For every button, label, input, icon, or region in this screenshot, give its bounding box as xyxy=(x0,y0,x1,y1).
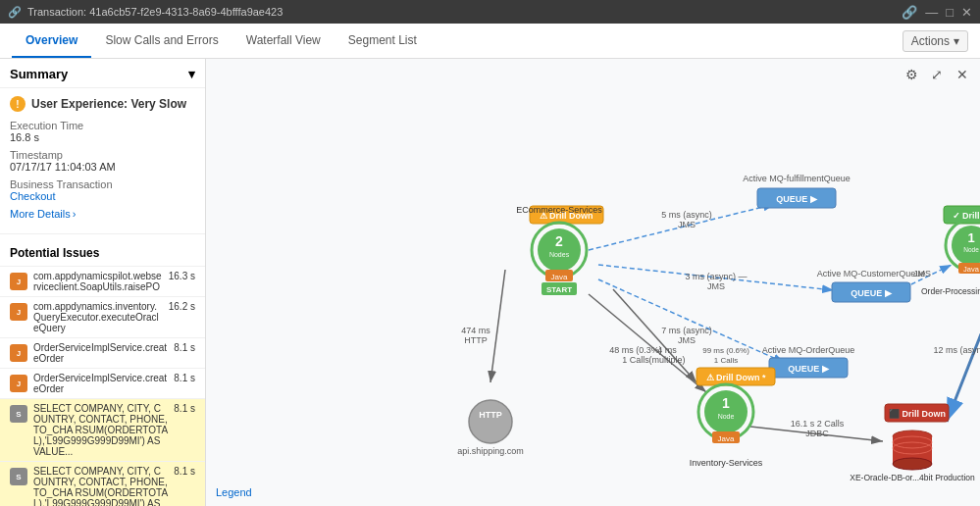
ux-warning-icon: ! xyxy=(10,96,26,112)
ux-label: User Experience: Very Slow xyxy=(31,97,186,111)
user-experience-badge: ! User Experience: Very Slow xyxy=(10,96,195,112)
issue-item[interactable]: SSELECT COMPANY, CITY, COUNTRY, CONTACT,… xyxy=(0,461,205,506)
issue-item[interactable]: JOrderServiceImplService.createOrder8.1 … xyxy=(0,368,205,398)
inventory-node[interactable]: ⚠ Drill Down * 1 Node Java Inventory-Ser… xyxy=(690,346,775,468)
tab-slow-calls[interactable]: Slow Calls and Errors xyxy=(91,24,232,58)
issue-item[interactable]: Jcom.appdynamics.inventory.QueryExecutor… xyxy=(0,296,205,337)
issue-icon: S xyxy=(10,405,27,423)
svg-text:QUEUE ▶: QUEUE ▶ xyxy=(776,194,818,204)
exec-time-value: 16.8 s xyxy=(10,131,195,143)
top-nav: Overview Slow Calls and Errors Waterfall… xyxy=(0,24,980,59)
svg-text:JMS: JMS xyxy=(707,281,725,291)
svg-text:474 ms: 474 ms xyxy=(461,326,490,335)
issue-icon: J xyxy=(10,273,27,290)
title-bar: 🔗 Transaction: 41a6cb57-f2e9-4313-8a69-4… xyxy=(0,0,980,24)
issue-time: 16.2 s xyxy=(169,301,195,312)
biz-tx-value[interactable]: Checkout xyxy=(10,190,195,202)
biz-tx-label: Business Transaction xyxy=(10,178,195,190)
title-icon: 🔗 xyxy=(8,6,22,19)
close-graph-icon[interactable]: ✕ xyxy=(953,65,972,84)
svg-text:1: 1 xyxy=(722,395,730,411)
svg-text:Nodes: Nodes xyxy=(549,251,570,258)
svg-text:Node: Node xyxy=(718,413,735,420)
tab-segment[interactable]: Segment List xyxy=(335,24,431,58)
svg-text:Java: Java xyxy=(963,265,980,274)
svg-text:(multiple): (multiple) xyxy=(648,355,685,365)
svg-text:1 Calls: 1 Calls xyxy=(714,356,738,365)
svg-text:api.shipping.com: api.shipping.com xyxy=(457,446,524,456)
svg-text:QUEUE ▶: QUEUE ▶ xyxy=(851,288,893,298)
svg-line-2 xyxy=(490,270,505,382)
collapse-icon[interactable]: ▾ xyxy=(188,67,195,81)
main-layout: Summary ▾ ! User Experience: Very Slow E… xyxy=(0,59,980,506)
summary-label: Summary xyxy=(10,67,68,81)
issue-time: 8.1 s xyxy=(174,342,195,353)
actions-button[interactable]: Actions ▾ xyxy=(903,30,968,52)
actions-label: Actions xyxy=(911,34,950,48)
svg-text:1 Calls: 1 Calls xyxy=(622,355,649,365)
svg-text:XE-Oracle-DB-or...4bit Product: XE-Oracle-DB-or...4bit Production xyxy=(850,473,975,482)
link-icon[interactable]: 🔗 xyxy=(902,5,917,20)
svg-text:START: START xyxy=(546,285,572,294)
expand-icon[interactable]: ⤢ xyxy=(927,65,947,84)
issue-time: 16.3 s xyxy=(169,271,195,281)
timestamp-label: Timestamp xyxy=(10,149,195,161)
svg-text:JDBC: JDBC xyxy=(805,429,829,438)
issue-item[interactable]: JOrderServiceImplService.createOrder8.1 … xyxy=(0,337,205,368)
nav-tabs: Overview Slow Calls and Errors Waterfall… xyxy=(12,24,431,58)
graph-canvas: 474 ms HTTP 5 ms (async) JMS 3 ms (async… xyxy=(206,59,980,506)
close-btn[interactable]: ✕ xyxy=(961,5,972,20)
issue-icon: S xyxy=(10,468,27,485)
tab-waterfall[interactable]: Waterfall View xyxy=(232,24,335,58)
summary-content: ! User Experience: Very Slow Execution T… xyxy=(0,88,205,228)
issue-icon: J xyxy=(10,375,27,392)
graph-toolbar: ⚙ ⤢ ✕ xyxy=(902,65,972,84)
svg-text:12 ms (async): 12 ms (async) xyxy=(933,345,980,355)
svg-point-74 xyxy=(893,458,932,470)
more-details-link[interactable]: More Details › xyxy=(10,208,195,220)
exec-time-label: Execution Time xyxy=(10,120,195,131)
svg-text:Active MQ-CustomerQueue: Active MQ-CustomerQueue xyxy=(817,269,926,278)
issue-time: 8.1 s xyxy=(174,373,195,383)
issue-text: SELECT COMPANY, CITY, COUNTRY, CONTACT, … xyxy=(33,403,168,457)
issue-icon: J xyxy=(10,344,27,362)
svg-text:1: 1 xyxy=(967,230,974,245)
svg-text:⚠ Drill Down *: ⚠ Drill Down * xyxy=(705,373,766,382)
svg-text:48 ms (0.3%): 48 ms (0.3%) xyxy=(609,345,662,355)
svg-text:7 ms (async): 7 ms (async) xyxy=(661,326,712,335)
legend-link[interactable]: Legend xyxy=(216,486,252,498)
svg-text:2: 2 xyxy=(555,233,563,249)
sidebar: Summary ▾ ! User Experience: Very Slow E… xyxy=(0,59,206,506)
issue-time: 8.1 s xyxy=(174,466,195,477)
svg-text:JMS: JMS xyxy=(678,335,696,345)
issue-item[interactable]: Jcom.appdynamicspilot.webserviceclient.S… xyxy=(0,266,205,296)
svg-text:Node: Node xyxy=(963,246,979,253)
tab-overview[interactable]: Overview xyxy=(12,24,91,58)
issue-text: OrderServiceImplService.createOrder xyxy=(33,373,168,394)
actions-chevron: ▾ xyxy=(954,34,959,48)
issue-item[interactable]: SSELECT COMPANY, CITY, COUNTRY, CONTACT,… xyxy=(0,398,205,461)
svg-text:HTTP: HTTP xyxy=(464,335,488,345)
timestamp-value: 07/17/17 11:04:03 AM xyxy=(10,161,195,173)
svg-point-64 xyxy=(952,226,980,265)
oracle-db-node[interactable]: ⬛ Drill Down XE-Oracle-DB-or...4bit Prod… xyxy=(850,404,975,482)
minimize-btn[interactable]: — xyxy=(925,5,938,20)
order-proc-node[interactable]: ✓ Drill Down * 1 Node Java Order-Process… xyxy=(921,206,980,296)
svg-text:ECommerce-Services: ECommerce-Services xyxy=(516,205,602,215)
svg-text:4 ms: 4 ms xyxy=(657,345,677,355)
summary-header: Summary ▾ xyxy=(0,59,205,88)
issue-text: OrderServiceImplService.createOrder xyxy=(33,342,168,364)
svg-text:Active MQ-fulfillmentQueue: Active MQ-fulfillmentQueue xyxy=(743,174,851,183)
svg-text:16.1 s  2 Calls: 16.1 s 2 Calls xyxy=(791,419,845,429)
window-title: Transaction: 41a6cb57-f2e9-4313-8a69-4bf… xyxy=(27,6,902,18)
svg-text:JMS: JMS xyxy=(678,220,696,229)
svg-text:⬛ Drill Down: ⬛ Drill Down xyxy=(889,408,946,420)
issues-list: Jcom.appdynamicspilot.webserviceclient.S… xyxy=(0,266,205,506)
svg-text:Active MQ-OrderQueue: Active MQ-OrderQueue xyxy=(762,345,855,355)
maximize-btn[interactable]: □ xyxy=(946,5,954,20)
issue-text: com.appdynamics.inventory.QueryExecutor.… xyxy=(33,301,163,333)
biz-tx-row: Business Transaction Checkout xyxy=(10,178,195,202)
issue-text: com.appdynamicspilot.webserviceclient.So… xyxy=(33,271,163,292)
svg-text:Inventory-Services: Inventory-Services xyxy=(690,458,763,468)
settings-icon[interactable]: ⚙ xyxy=(902,65,921,84)
